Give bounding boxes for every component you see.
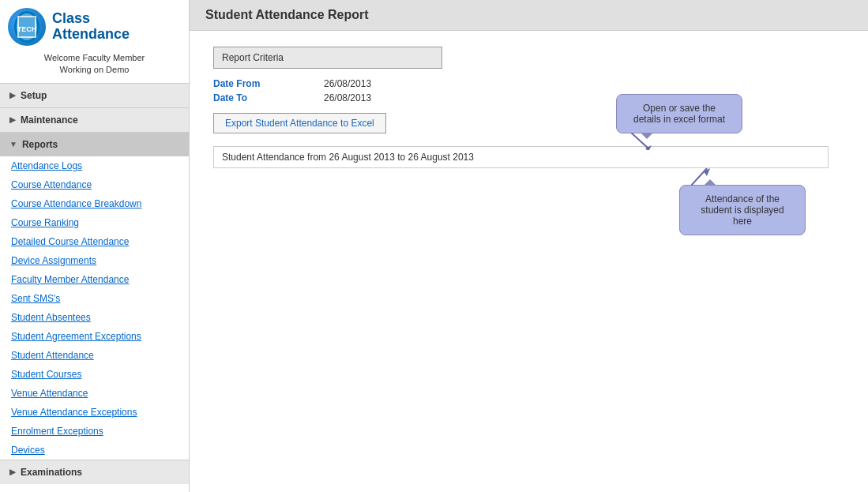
export-button[interactable]: Export Student Attendance to Excel xyxy=(213,113,386,133)
maintenance-section-header[interactable]: ▶ Maintenance xyxy=(0,107,189,132)
sidebar: TECH Class Attendance Welcome Faculty Me… xyxy=(0,0,190,492)
tooltip-attendance: Attendance of the student is displayed h… xyxy=(679,185,806,235)
app-logo: TECH xyxy=(8,8,46,46)
nav-section-reports: ▼ Reports Attendance Logs Course Attenda… xyxy=(0,132,189,460)
page-title: Student Attendance Report xyxy=(205,8,369,21)
main-content: Student Attendance Report Report Criteri… xyxy=(190,0,868,492)
nav-link-student-courses[interactable]: Student Courses xyxy=(0,365,189,384)
nav-link-course-attendance[interactable]: Course Attendance xyxy=(0,175,189,194)
nav-section-setup: ▶ Setup xyxy=(0,83,189,107)
sidebar-scroll-container: TECH Class Attendance Welcome Faculty Me… xyxy=(0,0,189,492)
examinations-label: Examinations xyxy=(21,467,82,478)
date-from-value: 26/08/2013 xyxy=(324,78,371,89)
app-header: TECH Class Attendance xyxy=(0,0,189,51)
maintenance-arrow-icon: ▶ xyxy=(9,115,16,124)
nav-link-device-assignments[interactable]: Device Assignments xyxy=(0,251,189,270)
nav-link-student-absentees[interactable]: Student Absentees xyxy=(0,308,189,327)
examinations-section-header[interactable]: ▶ Examinations xyxy=(0,460,189,484)
report-criteria-box: Report Criteria xyxy=(213,47,442,69)
reports-label: Reports xyxy=(22,139,58,150)
results-text: Student Attendance from 26 August 2013 t… xyxy=(222,152,474,163)
nav-link-venue-attendance[interactable]: Venue Attendance xyxy=(0,384,189,403)
reports-section-header[interactable]: ▼ Reports xyxy=(0,132,189,156)
report-criteria-label: Report Criteria xyxy=(222,52,284,63)
setup-section-header[interactable]: ▶ Setup xyxy=(0,83,189,107)
date-from-row: Date From 26/08/2013 xyxy=(213,78,844,89)
date-to-row: Date To 26/08/2013 xyxy=(213,92,844,103)
svg-line-6 xyxy=(691,168,707,186)
nav-link-student-agreement-exceptions[interactable]: Student Agreement Exceptions xyxy=(0,327,189,346)
svg-text:TECH: TECH xyxy=(17,25,37,33)
nav-link-student-attendance[interactable]: Student Attendance xyxy=(0,346,189,365)
nav-link-venue-attendance-exceptions[interactable]: Venue Attendance Exceptions xyxy=(0,403,189,422)
setup-arrow-icon: ▶ xyxy=(9,91,16,100)
app-title-line2: Attendance xyxy=(52,27,130,43)
tooltip-excel: Open or save the details in excel format xyxy=(616,94,742,133)
reports-nav-links: Attendance Logs Course Attendance Course… xyxy=(0,156,189,460)
svg-marker-7 xyxy=(704,168,710,176)
nav-link-detailed-course-attendance[interactable]: Detailed Course Attendance xyxy=(0,232,189,251)
nav-link-sent-sms[interactable]: Sent SMS's xyxy=(0,289,189,308)
page-title-bar: Student Attendance Report xyxy=(190,0,868,31)
date-to-value: 26/08/2013 xyxy=(324,92,371,103)
nav-link-devices[interactable]: Devices xyxy=(0,441,189,460)
welcome-message: Welcome Faculty Member Working on Demo xyxy=(0,51,189,83)
nav-link-course-attendance-breakdown[interactable]: Course Attendance Breakdown xyxy=(0,194,189,213)
maintenance-label: Maintenance xyxy=(21,115,78,126)
nav-section-examinations: ▶ Examinations xyxy=(0,460,189,484)
nav-link-enrolment-exceptions[interactable]: Enrolment Exceptions xyxy=(0,422,189,441)
svg-line-4 xyxy=(631,133,648,148)
reports-arrow-icon: ▼ xyxy=(9,140,17,148)
app-title-group: Class Attendance xyxy=(52,11,130,43)
content-area: Report Criteria Date From 26/08/2013 Dat… xyxy=(190,31,868,492)
results-bar: Student Attendance from 26 August 2013 t… xyxy=(213,146,829,168)
nav-link-course-ranking[interactable]: Course Ranking xyxy=(0,213,189,232)
examinations-arrow-icon: ▶ xyxy=(9,468,16,476)
app-title-line1: Class xyxy=(52,11,130,27)
setup-label: Setup xyxy=(21,90,47,101)
date-from-label: Date From xyxy=(213,78,276,89)
nav-link-attendance-logs[interactable]: Attendance Logs xyxy=(0,156,189,175)
date-to-label: Date To xyxy=(213,92,276,103)
nav-link-faculty-member-attendance[interactable]: Faculty Member Attendance xyxy=(0,270,189,289)
nav-section-maintenance: ▶ Maintenance xyxy=(0,107,189,132)
